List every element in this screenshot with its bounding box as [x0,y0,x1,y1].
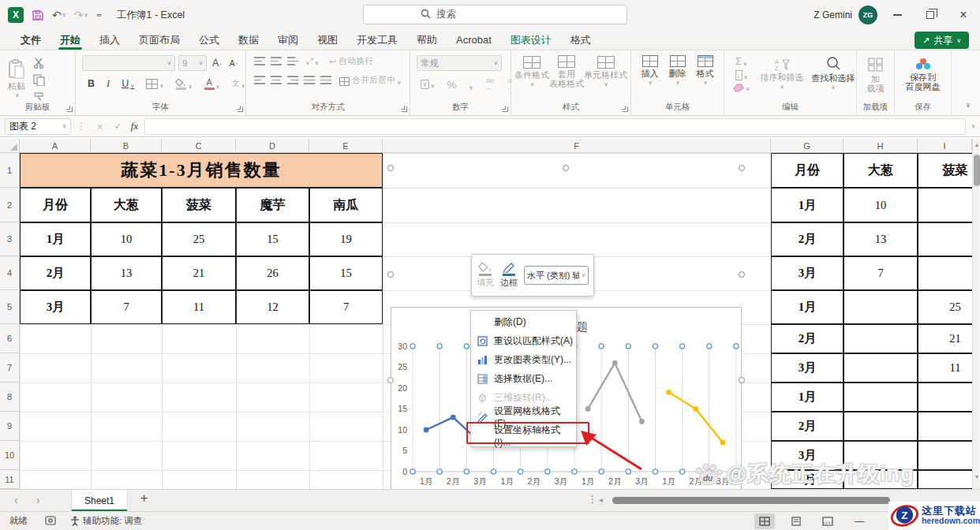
tab-开始[interactable]: 开始 [50,30,90,50]
right-table-cell[interactable]: 1月 [771,188,843,222]
right-table-cell[interactable]: 11 [918,353,980,383]
right-table-cell[interactable]: 3月 [771,256,843,290]
menu-item[interactable]: 重设以匹配样式(A) [471,331,576,350]
format-painter-icon[interactable] [32,90,46,103]
autosum-icon[interactable]: Σ∨ [733,56,750,67]
addins-button[interactable]: 加 载项 [857,55,894,93]
prev-sheet-icon[interactable]: ‹ [14,494,18,506]
row-header-5[interactable]: 5 [0,290,20,324]
align-center-icon[interactable] [271,76,282,84]
percent-style-icon[interactable]: % [445,79,459,91]
right-table-cell[interactable] [843,441,918,470]
row-header-11[interactable]: 11 [0,470,20,489]
tab-图表设计[interactable]: 图表设计 [501,30,561,50]
number-dialog-launcher[interactable] [503,106,508,112]
right-table-cell[interactable]: 10 [843,188,918,222]
tab-格式[interactable]: 格式 [561,30,600,50]
format-cells-button[interactable]: 格式∨ [697,55,714,86]
left-table-cell[interactable]: 11 [162,290,236,324]
accounting-format-icon[interactable]: ¥∨ [418,80,437,89]
borders-icon[interactable]: ∨ [144,79,166,89]
left-table-cell[interactable]: 19 [309,222,383,256]
align-right-icon[interactable] [287,76,298,84]
column-header-A[interactable]: A [20,139,91,153]
right-table-cell[interactable]: 3月 [771,353,843,383]
row-header-6[interactable]: 6 [0,324,20,353]
right-table-cell[interactable]: 2月 [771,222,843,256]
right-table-cell[interactable]: 1月 [771,290,843,324]
font-name-combo[interactable]: ∨ [82,55,175,71]
namebox-resize-handle[interactable]: ⋮ [77,121,86,132]
chart-selection-handle[interactable] [563,165,569,171]
chart-selection-handle[interactable] [739,165,745,171]
column-header-B[interactable]: B [91,139,162,153]
fill-tool-button[interactable]: 填充 [477,262,494,289]
align-middle-icon[interactable] [271,57,282,65]
format-as-table-button[interactable]: 套用 表格格式 [549,55,584,88]
orientation-icon[interactable]: ⤢∨ [304,56,321,66]
customize-qat-icon[interactable]: ≂ [96,11,103,19]
redo-button[interactable]: ↷∨ [74,9,88,21]
right-table-cell[interactable] [843,383,918,412]
page-layout-view-button[interactable] [786,513,806,529]
select-all-button[interactable] [0,139,20,153]
macro-record-icon[interactable] [45,516,56,527]
chart-element-dropdown[interactable]: 水平 (类别) 轴 主 ∨ [524,266,589,285]
right-table-cell[interactable]: 21 [918,324,980,353]
decrease-font-icon[interactable]: Aˇ [227,58,240,68]
hscroll-thumb[interactable] [612,497,890,504]
left-table-cell[interactable]: 25 [162,222,236,256]
search-input[interactable]: 搜索 [363,5,627,24]
right-table-cell[interactable]: 13 [843,222,918,256]
left-table-header[interactable]: 魔芋 [236,188,309,222]
right-table-cell[interactable]: 3月 [771,441,843,470]
row-header-3[interactable]: 3 [0,222,20,256]
right-table-cell[interactable]: 1月 [771,383,843,412]
menu-item[interactable]: 更改图表类型(Y)... [471,350,576,369]
vscroll-down-arrow[interactable]: ▾ [973,473,980,480]
excel-app-icon[interactable]: X [8,7,24,23]
formula-input[interactable] [144,118,966,135]
align-left-icon[interactable] [254,76,265,84]
left-table-cell[interactable]: 10 [91,222,162,256]
confirm-entry-icon[interactable]: ✓ [114,121,122,132]
left-table-header[interactable]: 月份 [20,188,91,222]
row-header-2[interactable]: 2 [0,188,20,222]
left-table-header[interactable]: 菠菜 [162,188,236,222]
find-select-button[interactable]: 查找和选择∨ [811,55,855,91]
tab-帮助[interactable]: 帮助 [407,30,447,50]
left-table-cell[interactable]: 3月 [20,290,91,324]
right-table-cell[interactable] [918,470,980,489]
merge-center-button[interactable]: 合并后居中∨ [337,74,403,86]
right-table-header[interactable]: 菠菜 [918,153,980,188]
avatar[interactable]: ZG [858,6,877,24]
font-dialog-launcher[interactable] [238,106,243,112]
font-color-icon[interactable]: A∨ [202,77,223,90]
number-format-combo[interactable]: 常规∨ [417,55,502,71]
styles-dialog-launcher[interactable] [623,106,628,112]
right-table-cell[interactable] [918,188,980,222]
accessibility-status[interactable]: 辅助功能: 调查 [70,515,142,527]
comma-style-icon[interactable]: , [466,77,474,91]
alignment-dialog-launcher[interactable] [402,106,407,112]
tab-scroll-splitter[interactable]: ⋮ [588,494,597,505]
minimize-button[interactable] [881,0,914,30]
chart-selection-handle[interactable] [387,271,394,278]
clipboard-dialog-launcher[interactable] [67,106,73,112]
right-table-header[interactable]: 大葱 [843,153,918,188]
tab-文件[interactable]: 文件 [11,30,50,50]
right-table-cell[interactable] [918,383,980,412]
left-table-cell[interactable]: 21 [162,256,236,290]
tab-插入[interactable]: 插入 [90,30,129,50]
phonetic-guide-icon[interactable]: 文∨ [230,78,248,89]
column-header-H[interactable]: H [843,139,918,153]
increase-font-icon[interactable]: Aˆ [210,58,224,69]
right-table-cell[interactable]: 7 [843,256,918,290]
left-table-cell[interactable]: 15 [236,222,309,256]
right-table-cell[interactable]: 2月 [771,324,843,353]
align-top-icon[interactable] [254,57,265,65]
increase-decimal-icon[interactable]: .00→ [483,77,496,91]
right-table-cell[interactable] [918,441,980,470]
sort-filter-button[interactable]: AZ 排序和筛选∨ [760,55,803,90]
menu-item[interactable]: 选择数据(E)... [471,369,576,388]
